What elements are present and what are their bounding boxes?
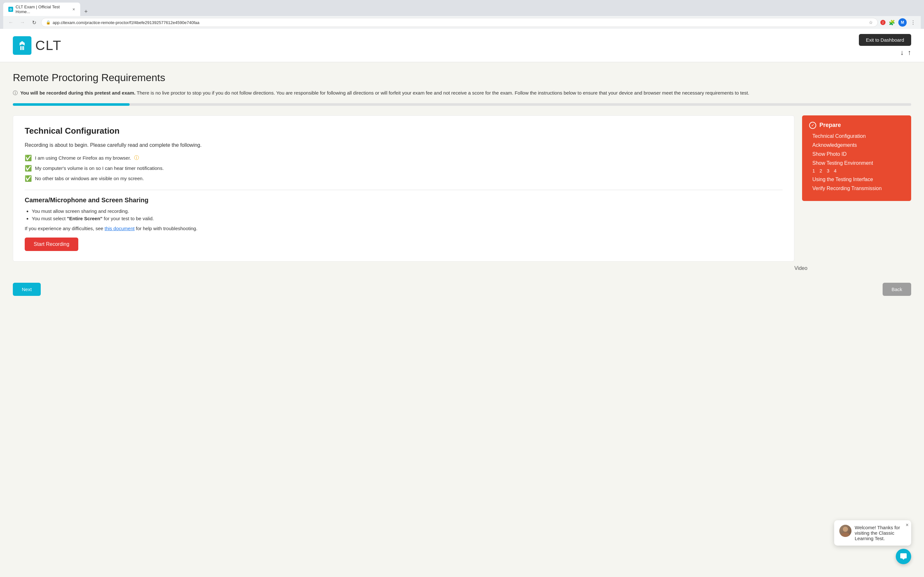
progress-bar-container (13, 103, 911, 106)
extensions-button[interactable]: 🧩 (887, 18, 897, 27)
checklist-item-1: ✅ I am using Chrome or Firefox as my bro… (25, 155, 782, 161)
page-content: CLT Exit to Dashboard ↓ ↑ Remote Proctor… (0, 29, 924, 577)
clt-logo-icon (13, 36, 31, 55)
browser-chrome: ⚙ CLT Exam | Official Test Home... × + ←… (0, 0, 924, 29)
prepare-label: Prepare (819, 122, 841, 129)
checklist: ✅ I am using Chrome or Firefox as my bro… (25, 155, 782, 182)
sidebar-nav-list: Technical Configuration Acknowledgements… (809, 133, 904, 166)
check-icon-3: ✅ (25, 175, 32, 182)
exit-dashboard-button[interactable]: Exit to Dashboard (859, 34, 911, 46)
checklist-text-2: My computer's volume is on so I can hear… (35, 165, 164, 171)
chat-open-button[interactable] (896, 549, 911, 564)
extensions-badge[interactable]: 2 (880, 20, 885, 25)
svg-point-4 (843, 527, 848, 532)
tab-title: CLT Exam | Official Test Home... (16, 5, 70, 14)
browser-tabs: ⚙ CLT Exam | Official Test Home... × + (3, 3, 921, 16)
sidebar-item-acknowledgements[interactable]: Acknowledgements (813, 142, 904, 148)
svg-point-5 (841, 532, 850, 537)
warning-icon: ⓘ (13, 90, 18, 95)
chat-icon (900, 553, 907, 560)
checklist-item-3: ✅ No other tabs or windows are visible o… (25, 175, 782, 182)
warning-rest-text: There is no live proctor to stop you if … (137, 90, 749, 95)
checklist-item-2: ✅ My computer's volume is on so I can he… (25, 165, 782, 172)
logo-text: CLT (35, 38, 61, 53)
help-text: If you experience any difficulties, see … (25, 226, 782, 231)
bullet-item-2: You must select "Entire Screen" for your… (32, 216, 782, 221)
env-step-3: 3 (827, 168, 829, 173)
browser-tab-active[interactable]: ⚙ CLT Exam | Official Test Home... × (3, 3, 80, 16)
camera-section-title: Camera/Microphone and Screen Sharing (25, 197, 782, 204)
bookmark-icon: ☆ (869, 20, 873, 25)
sidebar-nav-list-2: Using the Testing Interface Verify Recor… (809, 177, 904, 191)
prepare-check-circle: ✓ (809, 122, 816, 129)
sidebar-item-show-testing-env[interactable]: Show Testing Environment (813, 160, 904, 166)
new-tab-button[interactable]: + (81, 7, 90, 16)
help-text-prefix: If you experience any difficulties, see (25, 226, 105, 231)
camera-bullet-list: You must allow screen sharing and record… (25, 208, 782, 221)
nav-down-button[interactable]: ↓ (900, 48, 904, 57)
main-area: Remote Proctoring Requirements ⓘ You wil… (0, 62, 924, 311)
info-icon-1: ⓘ (134, 155, 139, 161)
section-title: Technical Configuration (25, 126, 782, 136)
nav-up-button[interactable]: ↑ (908, 48, 911, 57)
check-icon-2: ✅ (25, 165, 32, 172)
logo-area: CLT (13, 36, 61, 55)
nav-arrows: ↓ ↑ (900, 48, 911, 57)
sidebar-item-show-photo-id[interactable]: Show Photo ID (813, 151, 904, 157)
bottom-next-button[interactable]: Next (13, 283, 41, 296)
sidebar-item-technical-config[interactable]: Technical Configuration (813, 133, 904, 139)
sidebar-item-testing-interface[interactable]: Using the Testing Interface (813, 177, 904, 182)
back-button[interactable]: ← (6, 18, 15, 27)
page-header: CLT Exit to Dashboard ↓ ↑ (0, 29, 924, 62)
chat-bubble: Welcome! Thanks for visiting the Classic… (834, 520, 911, 546)
help-text-suffix: for help with troubleshooting. (136, 226, 198, 231)
avatar-svg (839, 525, 851, 537)
env-step-4: 4 (834, 168, 837, 173)
section-subtitle: Recording is about to begin. Please care… (25, 142, 782, 148)
checklist-text-1: I am using Chrome or Firefox as my brows… (35, 155, 131, 161)
warning-banner: ⓘ You will be recorded during this prete… (13, 89, 911, 97)
sidebar-prepare: ✓ Prepare (809, 122, 904, 129)
tab-favicon: ⚙ (8, 7, 13, 12)
help-link[interactable]: this document (105, 226, 134, 231)
svg-rect-2 (22, 46, 23, 50)
chat-close-button[interactable]: × (906, 522, 909, 528)
reload-button[interactable]: ↻ (29, 18, 39, 27)
chat-widget: Welcome! Thanks for visiting the Classic… (834, 520, 911, 564)
page-title: Remote Proctoring Requirements (13, 72, 911, 84)
chat-message-text: Welcome! Thanks for visiting the Classic… (855, 525, 906, 541)
content-grid: Technical Configuration Recording is abo… (13, 115, 911, 261)
start-recording-button[interactable]: Start Recording (25, 237, 78, 251)
sidebar-item-verify-recording[interactable]: Verify Recording Transmission (813, 185, 904, 191)
env-steps-row: 1 2 3 4 (809, 168, 904, 173)
env-step-1: 1 (813, 168, 815, 173)
header-right: Exit to Dashboard ↓ ↑ (859, 34, 911, 57)
section-divider (25, 190, 782, 190)
bottom-nav: Next Back (13, 277, 911, 301)
bullet-item-1: You must allow screen sharing and record… (32, 208, 782, 214)
logo-svg (16, 39, 29, 52)
chat-avatar (839, 525, 851, 537)
svg-rect-3 (23, 46, 24, 50)
checklist-text-3: No other tabs or windows are visible on … (35, 176, 144, 181)
warning-bold-text: You will be recorded during this pretest… (20, 90, 136, 95)
check-icon-1: ✅ (25, 155, 32, 161)
tab-close-button[interactable]: × (73, 7, 75, 12)
env-step-2: 2 (819, 168, 822, 173)
right-sidebar: ✓ Prepare Technical Configuration Acknow… (802, 115, 911, 201)
bottom-back-button[interactable]: Back (883, 283, 911, 296)
profile-button[interactable]: M (898, 18, 907, 27)
lock-icon: 🔒 (46, 20, 51, 25)
browser-toolbar: ← → ↻ 🔒 app.cltexam.com/practice-remote-… (3, 16, 921, 29)
video-label: Video (795, 263, 808, 274)
left-panel: Technical Configuration Recording is abo… (13, 115, 795, 261)
menu-button[interactable]: ⋮ (909, 18, 918, 27)
toolbar-right: 2 🧩 M ⋮ (880, 18, 918, 27)
url-display: app.cltexam.com/practice-remote-proctor/… (53, 20, 867, 25)
svg-rect-1 (20, 46, 21, 50)
progress-bar-fill (13, 103, 129, 106)
forward-button[interactable]: → (18, 18, 27, 27)
address-bar[interactable]: 🔒 app.cltexam.com/practice-remote-procto… (41, 18, 878, 27)
